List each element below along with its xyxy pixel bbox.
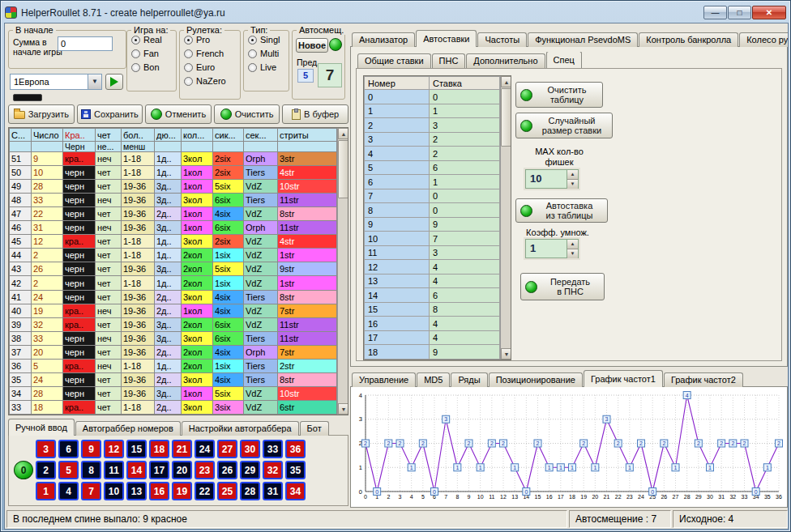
number-34[interactable]: 34 <box>285 482 306 500</box>
history-row[interactable]: 4512кра..чет1-181д..3кол2sixVdZ4str <box>10 235 337 249</box>
tab-функционал-psevdoms[interactable]: Функционал PsevdoMS <box>528 32 638 47</box>
history-row[interactable]: 3428чернчет19-363д..1кол5sixVdZ10str <box>10 386 337 400</box>
number-10[interactable]: 10 <box>104 482 124 500</box>
number-23[interactable]: 23 <box>195 461 215 479</box>
tab-автограббер-номеров[interactable]: Автограббер номеров <box>75 421 181 436</box>
history-row[interactable]: 4928чернчет19-363д..1кол5sixVdZ10str <box>10 180 337 194</box>
maximize-button[interactable]: □ <box>728 6 751 19</box>
bets-row[interactable]: 134 <box>365 274 500 288</box>
radio-live[interactable]: Live <box>248 62 286 72</box>
titlebar[interactable]: HelperRoullet 8.71 - create helperroulle… <box>5 4 786 21</box>
spin-up-icon[interactable]: ▲ <box>567 240 578 249</box>
scroll-thumb[interactable] <box>501 88 511 147</box>
tab-контроль-банкролла[interactable]: Контроль банкролла <box>639 32 738 47</box>
tab-частоты[interactable]: Частоты <box>477 32 527 47</box>
bets-row[interactable]: 146 <box>365 288 500 303</box>
bets-row[interactable]: 11 <box>365 104 500 118</box>
radio-bon[interactable]: Bon <box>131 62 173 72</box>
history-row[interactable]: 365кра..неч1-181д..2кол1sixTiers2str <box>10 359 337 372</box>
number-27[interactable]: 27 <box>217 440 237 458</box>
history-row[interactable]: 5010чернчет1-181д..1кол2sixTiers4str <box>10 166 337 180</box>
number-5[interactable]: 5 <box>58 461 79 479</box>
number-13[interactable]: 13 <box>126 482 147 500</box>
load-button[interactable]: Загрузить <box>8 104 75 124</box>
scroll-up-icon[interactable]: ▲ <box>501 76 511 87</box>
save-button[interactable]: Сохранить <box>77 104 143 124</box>
minimize-button[interactable]: — <box>703 6 727 19</box>
number-35[interactable]: 35 <box>285 461 306 479</box>
close-button[interactable]: ✕ <box>752 6 786 19</box>
tab-дополнительно[interactable]: Дополнительно <box>466 53 545 68</box>
number-0[interactable]: 0 <box>14 461 33 479</box>
history-row[interactable]: 3318кра..чет1-182д..3кол3sixVdZ6str <box>10 400 337 414</box>
tab-общие-ставки[interactable]: Общие ставки <box>357 53 431 68</box>
history-row[interactable]: 3932кра..чет19-363д..2кол6sixVdZ11str <box>10 317 337 331</box>
number-18[interactable]: 18 <box>149 440 169 458</box>
bets-row[interactable]: 80 <box>365 203 500 218</box>
number-21[interactable]: 21 <box>172 440 192 458</box>
bets-row[interactable]: 124 <box>365 260 500 275</box>
bets-row[interactable]: 61 <box>365 175 500 189</box>
number-15[interactable]: 15 <box>126 440 147 458</box>
tab-колесо-ру[interactable]: Колесо ру <box>739 32 788 47</box>
scroll-down-icon[interactable]: ▼ <box>338 403 348 415</box>
history-row[interactable]: 3833черннеч19-363д..3кол6sixTiers11str <box>10 331 337 345</box>
number-33[interactable]: 33 <box>263 440 283 458</box>
play-button[interactable] <box>105 74 123 90</box>
autoshift-status-icon[interactable] <box>329 38 342 51</box>
bets-row[interactable]: 23 <box>365 118 500 133</box>
bets-row[interactable]: 174 <box>365 330 500 345</box>
autobet-from-table-button[interactable]: Автоставкаиз таблицы <box>515 198 608 223</box>
number-17[interactable]: 17 <box>149 461 169 479</box>
tab-позиционирование[interactable]: Позиционирование <box>489 372 583 387</box>
send-to-pns-button[interactable]: Передатьв ПНС <box>520 273 605 300</box>
bets-row[interactable]: 70 <box>365 189 500 203</box>
number-20[interactable]: 20 <box>172 461 192 479</box>
max-chips-spinner[interactable]: 10 ▲▼ <box>525 169 579 189</box>
multiplier-spinner[interactable]: 1 ▲▼ <box>525 239 579 258</box>
bets-row[interactable]: 189 <box>365 345 500 360</box>
clear-button[interactable]: Очистить <box>214 104 280 124</box>
history-row[interactable]: 4326чернчет19-363д..2кол5sixVdZ9str <box>10 262 337 276</box>
scroll-down-icon[interactable]: ▼ <box>501 348 511 360</box>
radio-euro[interactable]: Euro <box>184 62 237 72</box>
number-30[interactable]: 30 <box>240 440 260 458</box>
history-row[interactable]: 3720чернчет19-362д..2кол4sixOrph7str <box>10 345 337 359</box>
number-32[interactable]: 32 <box>263 461 283 479</box>
spin-down-icon[interactable]: ▼ <box>567 180 578 189</box>
tab-график-частот2[interactable]: График частот2 <box>664 372 743 387</box>
tab-спец[interactable]: Спец <box>546 52 582 68</box>
number-16[interactable]: 16 <box>149 482 169 500</box>
number-14[interactable]: 14 <box>126 461 147 479</box>
black-indicator-button[interactable] <box>13 94 42 101</box>
tab-управление[interactable]: Управление <box>352 372 416 387</box>
undo-button[interactable]: Отменить <box>145 104 212 124</box>
number-4[interactable]: 4 <box>58 482 79 500</box>
number-2[interactable]: 2 <box>36 461 56 479</box>
spin-down-icon[interactable]: ▼ <box>567 249 578 258</box>
buffer-button[interactable]: В буфер <box>282 104 348 124</box>
tab-анализатор[interactable]: Анализатор <box>352 32 415 47</box>
bets-row[interactable]: 113 <box>365 245 500 260</box>
number-28[interactable]: 28 <box>240 482 260 500</box>
history-row[interactable]: 4019кра..неч19-362д..1кол4sixVdZ7str <box>10 304 337 317</box>
tab-ряды[interactable]: Ряды <box>451 372 487 387</box>
bets-row[interactable]: 99 <box>365 217 500 232</box>
bets-row[interactable]: 107 <box>365 232 500 246</box>
history-row[interactable]: 4124чернчет19-362д..3кол4sixTiers8str <box>10 290 337 304</box>
bets-row[interactable]: 32 <box>365 132 500 147</box>
number-12[interactable]: 12 <box>104 440 124 458</box>
history-row[interactable]: 4631черннеч19-363д..1кол6sixOrph11str <box>10 221 337 235</box>
number-24[interactable]: 24 <box>195 440 215 458</box>
tab-настройки-автограббера[interactable]: Настройки автограббера <box>182 421 299 436</box>
number-11[interactable]: 11 <box>104 461 124 479</box>
history-row[interactable]: 422чернчет1-181д..2кол1sixVdZ1str <box>10 276 337 290</box>
bets-row[interactable]: 00 <box>365 90 500 104</box>
number-29[interactable]: 29 <box>240 461 260 479</box>
history-row[interactable]: 519кра..неч1-181д..3кол2sixOrph3str <box>10 152 337 166</box>
tab-автоставки[interactable]: Автоставки <box>416 30 477 47</box>
bets-scrollbar[interactable]: ▲ ▼ <box>500 76 511 360</box>
scroll-thumb[interactable] <box>338 140 348 198</box>
tab-ручной-ввод[interactable]: Ручной ввод <box>8 419 75 436</box>
number-25[interactable]: 25 <box>217 482 237 500</box>
